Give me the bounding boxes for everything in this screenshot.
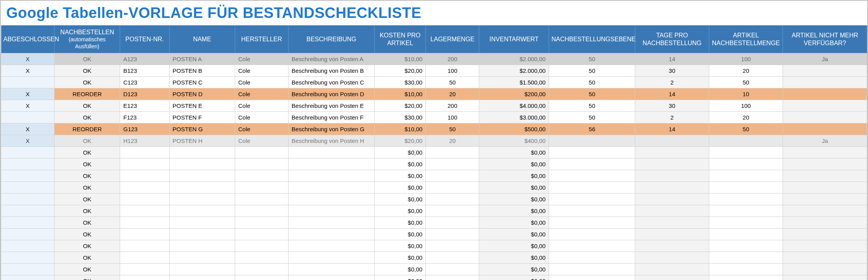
cell-reolvl[interactable]	[549, 240, 635, 252]
cell-stock[interactable]	[426, 217, 479, 229]
cell-name[interactable]: POSTEN G	[169, 123, 235, 135]
cell-cost[interactable]: $0,00	[374, 252, 426, 264]
cell-days[interactable]	[635, 158, 709, 170]
cell-name[interactable]	[169, 229, 235, 240]
cell-cost[interactable]: $0,00	[374, 158, 426, 170]
cell-done[interactable]	[1, 158, 55, 170]
cell-stock[interactable]	[426, 147, 479, 158]
cell-mfr[interactable]	[235, 229, 288, 240]
cell-reolvl[interactable]: 50	[549, 65, 635, 77]
cell-reolvl[interactable]	[549, 194, 635, 205]
cell-mfr[interactable]	[235, 217, 288, 229]
cell-done[interactable]: X	[1, 53, 55, 65]
cell-done[interactable]: X	[1, 88, 55, 100]
cell-reorder[interactable]: OK	[54, 53, 120, 65]
cell-item-no[interactable]	[120, 264, 169, 275]
col-cost[interactable]: KOSTEN PRO ARTIKEL	[374, 25, 426, 53]
cell-inv[interactable]: $0,00	[479, 182, 549, 194]
cell-stock[interactable]: 50	[426, 77, 479, 88]
cell-days[interactable]	[635, 194, 709, 205]
cell-desc[interactable]	[288, 217, 374, 229]
col-done[interactable]: ABGESCHLOSSEN	[1, 25, 55, 53]
cell-reorder[interactable]: OK	[54, 158, 120, 170]
cell-inv[interactable]: $0,00	[479, 194, 549, 205]
cell-cost[interactable]: $0,00	[374, 217, 426, 229]
cell-name[interactable]: POSTEN C	[169, 77, 235, 88]
cell-mfr[interactable]: Cole	[235, 112, 288, 123]
cell-cost[interactable]: $0,00	[374, 182, 426, 194]
cell-reorder[interactable]: OK	[54, 194, 120, 205]
cell-done[interactable]	[1, 229, 55, 240]
cell-cost[interactable]: $30,00	[374, 112, 426, 123]
cell-desc[interactable]: Beschreibung von Posten E	[288, 100, 374, 112]
col-item-no[interactable]: POSTEN-NR.	[120, 25, 169, 53]
cell-reoqty[interactable]	[709, 158, 783, 170]
cell-reolvl[interactable]	[549, 205, 635, 217]
cell-disc[interactable]: Ja	[783, 135, 867, 147]
cell-inv[interactable]: $4.000,00	[479, 100, 549, 112]
cell-reoqty[interactable]	[709, 170, 783, 182]
cell-reolvl[interactable]	[549, 217, 635, 229]
cell-item-no[interactable]: G123	[120, 123, 169, 135]
cell-reolvl[interactable]	[549, 229, 635, 240]
cell-days[interactable]: 2	[635, 112, 709, 123]
cell-cost[interactable]: $20,00	[374, 100, 426, 112]
col-reoqty[interactable]: ARTIKEL NACHBESTELLMENGE	[709, 25, 783, 53]
cell-done[interactable]	[1, 147, 55, 158]
cell-desc[interactable]: Beschreibung von Posten A	[288, 53, 374, 65]
cell-inv[interactable]: $2.000,00	[479, 53, 549, 65]
cell-cost[interactable]: $10,00	[374, 123, 426, 135]
cell-mfr[interactable]: Cole	[235, 53, 288, 65]
cell-disc[interactable]	[783, 217, 867, 229]
cell-days[interactable]	[635, 205, 709, 217]
cell-mfr[interactable]	[235, 194, 288, 205]
cell-mfr[interactable]: Cole	[235, 100, 288, 112]
cell-done[interactable]: X	[1, 65, 55, 77]
cell-days[interactable]	[635, 275, 709, 280]
col-mfr[interactable]: HERSTELLER	[235, 25, 288, 53]
cell-stock[interactable]: 100	[426, 112, 479, 123]
cell-reolvl[interactable]	[549, 182, 635, 194]
cell-reoqty[interactable]	[709, 147, 783, 158]
cell-days[interactable]: 14	[635, 53, 709, 65]
cell-name[interactable]	[169, 147, 235, 158]
cell-inv[interactable]: $0,00	[479, 147, 549, 158]
cell-stock[interactable]	[426, 194, 479, 205]
cell-inv[interactable]: $500,00	[479, 123, 549, 135]
cell-done[interactable]	[1, 112, 55, 123]
cell-mfr[interactable]: Cole	[235, 65, 288, 77]
cell-done[interactable]	[1, 205, 55, 217]
cell-days[interactable]: 2	[635, 77, 709, 88]
cell-inv[interactable]: $0,00	[479, 240, 549, 252]
cell-stock[interactable]: 50	[426, 123, 479, 135]
cell-inv[interactable]: $3.000,00	[479, 112, 549, 123]
cell-reorder[interactable]: OK	[54, 135, 120, 147]
cell-stock[interactable]: 20	[426, 88, 479, 100]
cell-desc[interactable]: Beschreibung von Posten F	[288, 112, 374, 123]
cell-mfr[interactable]	[235, 158, 288, 170]
cell-reorder[interactable]: OK	[54, 77, 120, 88]
cell-desc[interactable]	[288, 275, 374, 280]
cell-stock[interactable]	[426, 275, 479, 280]
cell-disc[interactable]	[783, 229, 867, 240]
cell-cost[interactable]: $0,00	[374, 275, 426, 280]
cell-cost[interactable]: $0,00	[374, 205, 426, 217]
cell-reoqty[interactable]: 20	[709, 112, 783, 123]
cell-desc[interactable]	[288, 182, 374, 194]
cell-reoqty[interactable]	[709, 182, 783, 194]
cell-reolvl[interactable]	[549, 158, 635, 170]
cell-cost[interactable]: $0,00	[374, 194, 426, 205]
cell-reorder[interactable]: OK	[54, 65, 120, 77]
cell-disc[interactable]	[783, 264, 867, 275]
cell-reorder[interactable]: REORDER	[54, 88, 120, 100]
cell-name[interactable]	[169, 275, 235, 280]
cell-reolvl[interactable]	[549, 275, 635, 280]
cell-days[interactable]: 30	[635, 100, 709, 112]
cell-cost[interactable]: $20,00	[374, 135, 426, 147]
cell-disc[interactable]	[783, 182, 867, 194]
cell-reolvl[interactable]: 50	[549, 77, 635, 88]
cell-item-no[interactable]: E123	[120, 100, 169, 112]
cell-inv[interactable]: $400,00	[479, 135, 549, 147]
cell-mfr[interactable]	[235, 275, 288, 280]
cell-item-no[interactable]: B123	[120, 65, 169, 77]
